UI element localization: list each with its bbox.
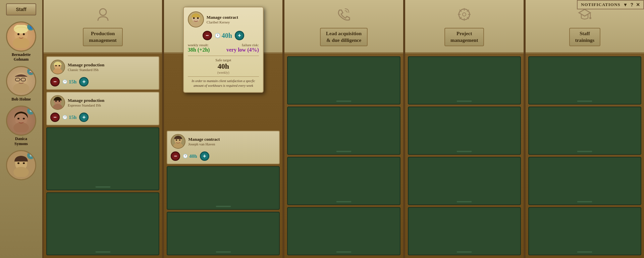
- staff-item-4[interactable]: ⚙: [0, 150, 42, 180]
- project-icon: [456, 6, 473, 26]
- column-staff-trainings: Stafftrainings: [526, 0, 644, 258]
- badge-danica: ⚙: [27, 107, 35, 115]
- popup-subtitle: Claribel Kersey: [207, 20, 259, 24]
- notifications-close[interactable]: ✕: [636, 2, 640, 7]
- pocket-row-project-3: [408, 157, 521, 205]
- popup-controls: − 🕐 40h +: [188, 31, 259, 40]
- popup-divider-2: [188, 76, 259, 77]
- card-espresso-info: Manage production Espresso Standard ISh: [68, 98, 155, 107]
- project-title: Projectmanagement: [450, 30, 478, 44]
- staff-name-bernadette: BernadetteGohnam: [12, 52, 31, 62]
- card-manage-production-classic[interactable]: Manage production Classic Standard ISh −…: [46, 56, 159, 90]
- card-joseph-hours: 🕐 40h: [183, 153, 197, 159]
- project-pockets: [405, 54, 524, 258]
- svg-point-1: [13, 37, 30, 48]
- card-classic-info: Manage production Classic Standard ISh: [68, 62, 155, 72]
- pocket-row-contract-1: [167, 166, 280, 210]
- notifications-help[interactable]: ?: [630, 2, 633, 7]
- notifications-dropdown[interactable]: ▼: [623, 2, 628, 7]
- card-joseph-info: Manage contract Joseph van Haven: [188, 137, 276, 146]
- main-container: Staff: [0, 0, 644, 258]
- svg-point-3: [17, 33, 19, 35]
- pocket-handle-lead-1: [336, 101, 352, 102]
- clock-icon-espresso: 🕐: [62, 115, 67, 120]
- column-header-project: Projectmanagement: [405, 0, 524, 54]
- popup-hours-value: 40h: [222, 32, 232, 40]
- card-classic-subtitle: Classic Standard ISh: [68, 68, 155, 72]
- popup-weekly-value: 38h (+2h): [188, 47, 210, 53]
- card-espresso-subtitle: Espresso Standard ISh: [68, 103, 155, 107]
- pocket-handle-trainings-4: [577, 251, 592, 253]
- card-espresso-plus[interactable]: +: [79, 113, 89, 122]
- card-classic-hours: 🕐 15h: [62, 79, 76, 85]
- popup-minus-button[interactable]: −: [203, 31, 212, 40]
- production-title: Productionmanagement: [89, 30, 117, 44]
- popup-manage-contract-claribel: Manage contract Claribel Kersey − 🕐 40h …: [183, 7, 264, 93]
- pocket-handle-trainings-2: [577, 151, 592, 152]
- pocket-handle-contract-1: [216, 206, 231, 207]
- svg-point-22: [59, 65, 60, 66]
- badge-bernadette: 👤: [27, 23, 35, 30]
- card-manage-production-espresso[interactable]: Manage production Espresso Standard ISh …: [46, 92, 159, 125]
- pocket-row-trainings-1: [528, 56, 641, 105]
- svg-point-17: [23, 162, 25, 164]
- card-espresso-hours: 🕐 15h: [62, 115, 76, 120]
- pocket-handle-contract-2: [216, 251, 231, 253]
- svg-point-13: [23, 118, 25, 120]
- production-icon: [95, 6, 111, 26]
- svg-point-4: [23, 33, 25, 35]
- production-title-box: Productionmanagement: [83, 28, 123, 46]
- card-joseph-header: Manage contract Joseph van Haven: [171, 134, 276, 149]
- popup-avatar: [188, 11, 204, 27]
- lead-title: Lead acquisition& due dilligence: [326, 30, 362, 44]
- pocket-row-trainings-3: [528, 157, 641, 205]
- avatar-bob: 🚚: [6, 66, 36, 96]
- staff-name-danica: DanicaSymons: [14, 136, 28, 146]
- trainings-pockets: [526, 54, 644, 258]
- svg-point-18: [100, 9, 106, 15]
- card-classic-header: Manage production Classic Standard ISh: [50, 60, 155, 74]
- badge-4: ⚙: [27, 152, 35, 159]
- svg-point-15: [13, 167, 29, 177]
- staff-item-bob[interactable]: 🚚 Bob Holme: [0, 66, 42, 102]
- pocket-handle-trainings-3: [577, 201, 592, 202]
- card-espresso-controls: − 🕐 15h +: [50, 113, 155, 122]
- svg-point-11: [13, 122, 29, 132]
- card-joseph-subtitle: Joseph van Haven: [188, 142, 276, 146]
- column-contracts: Contractmanagement: [164, 0, 284, 258]
- clock-icon-classic: 🕐: [62, 79, 67, 84]
- card-manage-contract-joseph[interactable]: Manage contract Joseph van Haven − 🕐 40h…: [167, 131, 280, 164]
- production-pockets: Manage production Classic Standard ISh −…: [44, 54, 162, 258]
- card-classic-avatar: [50, 60, 65, 74]
- card-joseph-plus[interactable]: +: [200, 151, 209, 161]
- card-classic-minus[interactable]: −: [50, 77, 60, 86]
- svg-point-21: [55, 65, 57, 66]
- pocket-handle-project-3: [457, 201, 472, 202]
- popup-safe-target: Safe target 40h (weekly): [188, 58, 259, 74]
- staff-item-danica[interactable]: ⚙ DanicaSymons: [0, 106, 42, 146]
- staff-name-bob: Bob Holme: [11, 97, 31, 102]
- pocket-handle-prod-2: [95, 251, 110, 253]
- card-joseph-minus[interactable]: −: [171, 151, 180, 161]
- pocket-handle-project-2: [457, 151, 472, 152]
- column-production: Productionmanagement: [44, 0, 164, 258]
- popup-safe-sublabel: (weekly): [188, 71, 259, 74]
- pocket-row-project-4: [408, 207, 521, 255]
- pocket-row-project-1: [408, 56, 521, 105]
- sidebar: Staff: [0, 0, 44, 258]
- avatar-bernadette: 👤: [6, 21, 36, 52]
- pocket-handle-project-4: [457, 251, 472, 253]
- pocket-row-lead-1: [287, 56, 400, 105]
- avatar-danica: ⚙: [6, 106, 36, 136]
- pocket-row-lead-4: [287, 207, 400, 255]
- popup-plus-button[interactable]: +: [235, 31, 244, 40]
- card-espresso-header: Manage production Espresso Standard ISh: [50, 95, 155, 110]
- card-classic-hours-value: 15h: [69, 79, 76, 85]
- avatar-4: ⚙: [6, 150, 36, 180]
- staff-button[interactable]: Staff: [6, 3, 36, 15]
- staff-item-bernadette[interactable]: 👤 BernadetteGohnam: [0, 21, 42, 62]
- popup-divider: [188, 56, 259, 56]
- card-espresso-minus[interactable]: −: [50, 113, 60, 122]
- card-classic-plus[interactable]: +: [79, 77, 89, 86]
- card-classic-controls: − 🕐 15h +: [50, 77, 155, 86]
